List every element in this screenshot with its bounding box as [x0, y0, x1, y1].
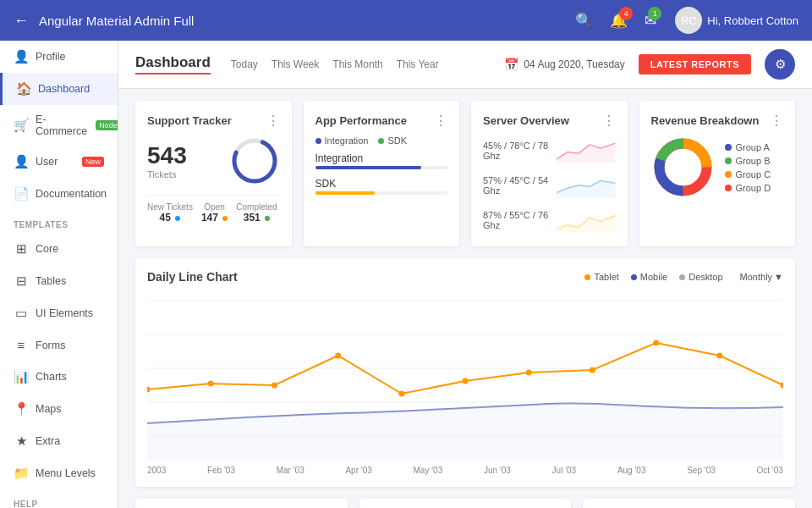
sidebar-item-profile[interactable]: 👤 Profile — [0, 41, 118, 73]
tab-today[interactable]: Today — [231, 55, 258, 74]
svg-point-6 — [665, 150, 700, 185]
server-overview-header: Server Overview ⋮ — [483, 113, 616, 129]
server-chart-1 — [557, 170, 615, 200]
sidebar-item-user[interactable]: 👤 User New — [0, 146, 118, 178]
legend-dot-green — [378, 138, 384, 144]
stat-open-label: Open — [201, 202, 228, 212]
tab-this-month[interactable]: This Month — [332, 55, 382, 74]
sidebar-item-extra[interactable]: ★ Extra — [0, 425, 118, 457]
sidebar-item-core[interactable]: ⊞ Core — [0, 233, 118, 265]
sidebar-item-forms[interactable]: ≡ Forms — [0, 329, 118, 361]
perf-legend: Integration SDK — [315, 135, 448, 146]
page-title: Dashboard — [135, 54, 211, 75]
rev-label-b: Group B — [736, 156, 771, 166]
mobile-label: Mobile — [640, 272, 667, 282]
mobile-dot — [631, 274, 637, 280]
search-button[interactable]: 🔍 — [570, 7, 598, 35]
bar-track-integration — [315, 166, 448, 169]
dot-blue — [175, 216, 180, 221]
dot-orange — [222, 216, 228, 221]
sidebar-item-charts[interactable]: 📊 Charts — [0, 361, 118, 393]
sidebar-item-maps[interactable]: 📍 Maps — [0, 393, 118, 425]
notifications-button[interactable]: 🔔 4 — [605, 7, 633, 35]
server-text-2: 87% / 55°C / 76 Ghz — [483, 210, 557, 230]
rev-group-d: Group D — [725, 183, 771, 193]
server-item-1: 57% / 45°C / 54 Ghz — [483, 170, 616, 200]
bottom-row: Light Blue Daily ▼ Sing App Daily ▼ RNS … — [118, 499, 812, 508]
chart-header: Daily Line Chart Tablet Mobile Desktop — [147, 270, 783, 284]
latest-reports-button[interactable]: LATEST REPORTS — [639, 54, 751, 75]
tab-this-year[interactable]: This Year — [397, 55, 439, 74]
rev-group-c: Group C — [725, 169, 771, 179]
svg-point-12 — [147, 387, 150, 393]
tab-this-week[interactable]: This Week — [272, 55, 319, 74]
legend-mobile: Mobile — [631, 272, 667, 282]
bar-integration: Integration — [315, 152, 448, 169]
sidebar-item-ecommerce[interactable]: 🛒 E-Commerce Node.JS — [0, 105, 118, 146]
calendar-icon: 📅 — [504, 58, 518, 71]
sidebar-label-extra: Extra — [36, 435, 104, 447]
tablet-label: Tablet — [594, 272, 618, 282]
svg-point-21 — [716, 353, 722, 359]
sidebar-item-ui-elements[interactable]: ▭ UI Elements — [0, 297, 118, 329]
desktop-dot — [679, 274, 685, 280]
nodejs-badge: Node.JS — [96, 120, 118, 130]
messages-button[interactable]: ✉ 1 — [639, 7, 661, 35]
stat-completed-value: 351 — [236, 212, 277, 224]
support-tracker-header: Support Tracker ⋮ — [147, 113, 280, 129]
revenue-body: Group A Group B Group C Group D — [651, 135, 784, 199]
rev-label-c: Group C — [736, 169, 771, 179]
bottom-card-rns: RNS Daily ▼ — [583, 499, 795, 508]
core-icon: ⊞ — [14, 241, 29, 257]
server-overview-menu[interactable]: ⋮ — [602, 113, 616, 129]
sidebar-label-ui-elements: UI Elements — [36, 307, 104, 319]
avatar: RC — [675, 7, 702, 34]
line-chart-wrap: 2003 Feb '03 Mar '03 Apr '03 May '03 Jun… — [147, 292, 783, 475]
documentation-icon: 📄 — [14, 186, 29, 202]
charts-icon: 📊 — [14, 369, 29, 384]
svg-point-15 — [335, 353, 341, 359]
stat-completed-label: Completed — [236, 202, 277, 212]
monthly-filter-button[interactable]: Monthly ▼ — [740, 272, 783, 282]
sidebar-label-charts: Charts — [36, 371, 104, 383]
settings-fab-button[interactable]: ⚙ — [765, 49, 795, 80]
server-item-2: 87% / 55°C / 76 Ghz — [483, 205, 616, 235]
app-performance-card: App Performance ⋮ Integration SDK Integr… — [304, 101, 460, 246]
revenue-breakdown-menu[interactable]: ⋮ — [770, 113, 783, 129]
rev-dot-d — [725, 185, 732, 191]
stat-new-tickets: New Tickets 45 — [147, 202, 193, 224]
back-icon[interactable]: ← — [14, 12, 29, 30]
extra-icon: ★ — [14, 433, 29, 449]
line-chart-svg — [147, 292, 783, 461]
app-performance-menu[interactable]: ⋮ — [434, 113, 447, 129]
main-layout: 👤 Profile 🏠 Dashboard 🛒 E-Commerce Node.… — [0, 41, 812, 508]
ecommerce-icon: 🛒 — [14, 118, 29, 133]
support-tracker-menu[interactable]: ⋮ — [266, 113, 280, 129]
templates-section-title: TEMPLATES — [0, 210, 118, 233]
rev-group-a: Group A — [725, 142, 771, 152]
help-section-title: HELP — [0, 489, 118, 508]
server-chart-0 — [557, 135, 615, 165]
server-items: 45% / 78°C / 78 Ghz 57% / 45°C / 54 Ghz — [483, 135, 616, 235]
support-tracker-title: Support Tracker — [147, 114, 232, 127]
server-overview-title: Server Overview — [483, 114, 569, 127]
sidebar-label-forms: Forms — [36, 340, 104, 351]
sidebar-label-ecommerce: E-Commerce — [36, 113, 87, 137]
support-tracker-card: Support Tracker ⋮ 543 Tickets — [135, 101, 292, 246]
sidebar-item-documentation[interactable]: 📄 Documentation — [0, 178, 118, 210]
sidebar-item-dashboard[interactable]: 🏠 Dashboard — [0, 73, 118, 105]
sidebar-item-menu-levels[interactable]: 📁 Menu Levels — [0, 457, 118, 489]
notifications-badge: 4 — [619, 7, 633, 20]
dot-green — [265, 216, 270, 221]
x-label-4: May '03 — [414, 466, 443, 475]
chart-legend: Tablet Mobile Desktop — [584, 272, 722, 282]
x-label-8: Sep '03 — [687, 466, 716, 475]
profile-icon: 👤 — [14, 49, 29, 64]
sidebar-item-tables[interactable]: ⊟ Tables — [0, 265, 118, 297]
rev-label-a: Group A — [736, 142, 770, 152]
legend-integration: Integration — [315, 135, 369, 146]
legend-desktop: Desktop — [679, 272, 722, 282]
x-label-0: 2003 — [147, 466, 166, 475]
menu-levels-icon: 📁 — [14, 466, 29, 481]
svg-point-17 — [463, 378, 469, 384]
